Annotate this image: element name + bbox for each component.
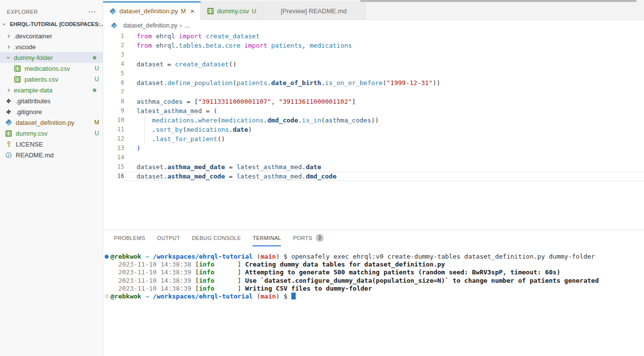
line-number: 12 [103, 134, 124, 144]
tab-dummy.csv[interactable]: dummy.csvU [201, 1, 262, 20]
tab-label: [Preview] README.md [280, 7, 346, 15]
code-line-2[interactable]: 2from ehrql.tables.beta.core import pati… [103, 41, 644, 50]
code-text: dataset.asthma_med_code = latest_asthma_… [124, 172, 644, 181]
code-line-5[interactable]: 5 [103, 69, 644, 78]
line-number: 14 [103, 153, 124, 162]
changes-dot-icon [93, 56, 96, 59]
panel-tab-debug-console[interactable]: DEBUG CONSOLE [192, 230, 241, 246]
code-line-16[interactable]: 16dataset.asthma_med_code = latest_asthm… [103, 172, 644, 181]
panel-tab-output[interactable]: OUTPUT [157, 230, 180, 246]
code-text: .last_for_patient() [124, 134, 644, 144]
vscode-window: EXPLORER ⋯ EHRQL-TUTORIAL [CODESPACES:..… [0, 0, 644, 356]
tree-item-medications.csv[interactable]: medications.csvU [0, 63, 103, 74]
line-number: 16 [103, 172, 124, 181]
code-text [124, 153, 644, 162]
terminal-line: 2023-11-10 14:38:38 [info ] Creating dum… [103, 261, 644, 268]
code-line-3[interactable]: 3 [103, 50, 644, 59]
explorer-title: EXPLORER [7, 9, 38, 15]
code-editor[interactable]: 1from ehrql import create_dataset2from e… [103, 30, 644, 230]
code-text: medications.where(medications.dmd_code.i… [124, 116, 644, 125]
code-text: asthma_codes = ["39113311000001107", "39… [124, 97, 644, 106]
code-line-8[interactable]: 8asthma_codes = ["39113311000001107", "3… [103, 97, 644, 106]
terminal-cursor [291, 293, 296, 299]
terminal-output[interactable]: @rebkwok → /workspaces/ehrql-tutorial (m… [103, 246, 644, 356]
code-line-1[interactable]: 1from ehrql import create_dataset [103, 31, 644, 41]
more-actions-icon[interactable]: ⋯ [88, 9, 96, 14]
tree-item-label: patients.csv [25, 76, 91, 83]
line-number: 7 [103, 88, 124, 97]
explorer-sidebar: EXPLORER ⋯ EHRQL-TUTORIAL [CODESPACES:..… [0, 0, 103, 356]
line-number: 3 [103, 50, 124, 59]
close-icon[interactable]: × [190, 7, 195, 15]
git-icon [5, 108, 12, 115]
code-line-9[interactable]: 9latest_asthma_med = ( [103, 106, 644, 116]
tree-item-patients.csv[interactable]: patients.csvU [0, 74, 103, 85]
code-line-6[interactable]: 6dataset.define_population(patients.date… [103, 78, 644, 88]
bottom-panel: PROBLEMSOUTPUTDEBUG CONSOLETERMINALPORTS… [103, 230, 644, 356]
command-finished-icon [105, 255, 109, 259]
code-text: dataset = create_dataset() [124, 59, 644, 69]
git-status-badge: U [91, 130, 103, 137]
changes-dot-icon [93, 89, 96, 92]
line-number: 2 [103, 41, 124, 50]
tree-item-dummy.csv[interactable]: dummy.csvU [0, 128, 103, 139]
code-line-12[interactable]: 12 .last_for_patient() [103, 134, 644, 144]
tree-item-LICENSE[interactable]: LICENSE [0, 139, 103, 149]
panel-tab-label: TERMINAL [252, 235, 281, 241]
tab-bar-scrollbar[interactable] [360, 0, 637, 2]
tree-item-label: LICENSE [16, 141, 103, 148]
tree-item-label: .devcontainer [14, 32, 103, 40]
code-line-4[interactable]: 4dataset = create_dataset() [103, 59, 644, 69]
tree-item-label: .vscode [14, 43, 103, 51]
line-number: 5 [103, 69, 124, 78]
editor-area: dataset_definition.pyM×dummy.csvU[Previe… [103, 0, 644, 356]
line-number: 4 [103, 59, 124, 69]
panel-tab-problems[interactable]: PROBLEMS [114, 230, 145, 246]
tree-item-label: .gitattributes [16, 97, 103, 105]
tree-item-.gitignore[interactable]: .gitignore [0, 106, 103, 117]
tree-item-.devcontainer[interactable]: .devcontainer [0, 30, 103, 41]
code-text: dataset.define_population(patients.date_… [124, 78, 644, 88]
code-line-7[interactable]: 7 [103, 88, 644, 97]
git-status-badge: M [91, 119, 103, 126]
code-line-13[interactable]: 13) [103, 144, 644, 153]
breadcrumb[interactable]: dataset_definition.py › … [103, 20, 644, 30]
terminal-line: 2023-11-10 14:38:39 [info ] Use `dataset… [103, 277, 644, 285]
tree-item-README.md[interactable]: README.md [0, 149, 103, 160]
tab-preview-readme.md[interactable]: [Preview] README.md [262, 1, 365, 20]
file-tree: .devcontainer.vscodedummy-foldermedicati… [0, 30, 103, 160]
tab-dataset-definition.py[interactable]: dataset_definition.pyM× [103, 1, 201, 20]
code-line-15[interactable]: 15dataset.asthma_med_date = latest_asthm… [103, 162, 644, 172]
tree-item-.vscode[interactable]: .vscode [0, 41, 103, 52]
code-line-10[interactable]: 10 medications.where(medications.dmd_cod… [103, 116, 644, 125]
tree-item-dataset_definition.py[interactable]: dataset_definition.pyM [0, 117, 103, 128]
license-icon [5, 141, 12, 148]
code-line-14[interactable]: 14 [103, 153, 644, 162]
tree-item-label: .gitignore [16, 108, 103, 116]
terminal-line: 2023-11-10 14:38:39 [info ] Attempting t… [103, 268, 644, 276]
panel-tab-ports[interactable]: PORTS3 [293, 230, 323, 246]
tree-item-label: dataset_definition.py [16, 119, 91, 126]
line-number: 13 [103, 144, 124, 153]
python-icon [5, 119, 12, 126]
code-lines: 1from ehrql import create_dataset2from e… [103, 31, 644, 181]
info-icon [5, 151, 12, 158]
terminal-line: @rebkwok → /workspaces/ehrql-tutorial (m… [103, 253, 644, 261]
tree-item-example-data[interactable]: example-data [0, 85, 103, 95]
terminal-line: @rebkwok → /workspaces/ehrql-tutorial (m… [103, 293, 644, 300]
csv-icon [5, 130, 12, 137]
chevron-down-icon [6, 55, 10, 59]
python-icon [109, 8, 116, 15]
breadcrumb-ellipsis[interactable]: … [184, 22, 190, 29]
line-number: 15 [103, 162, 124, 172]
workspace-section-header[interactable]: EHRQL-TUTORIAL [CODESPACES:... [0, 19, 103, 30]
tab-label: dataset_definition.py [119, 7, 178, 15]
tree-item-.gitattributes[interactable]: .gitattributes [0, 95, 103, 106]
code-line-11[interactable]: 11 .sort_by(medications.date) [103, 125, 644, 134]
workspace-name: EHRQL-TUTORIAL [CODESPACES:... [10, 21, 103, 27]
breadcrumb-file[interactable]: dataset_definition.py [123, 22, 177, 29]
chevron-right-icon [6, 88, 10, 91]
tree-item-label: README.md [16, 151, 103, 159]
panel-tab-terminal[interactable]: TERMINAL [252, 230, 281, 246]
tree-item-dummy-folder[interactable]: dummy-folder [0, 52, 103, 63]
